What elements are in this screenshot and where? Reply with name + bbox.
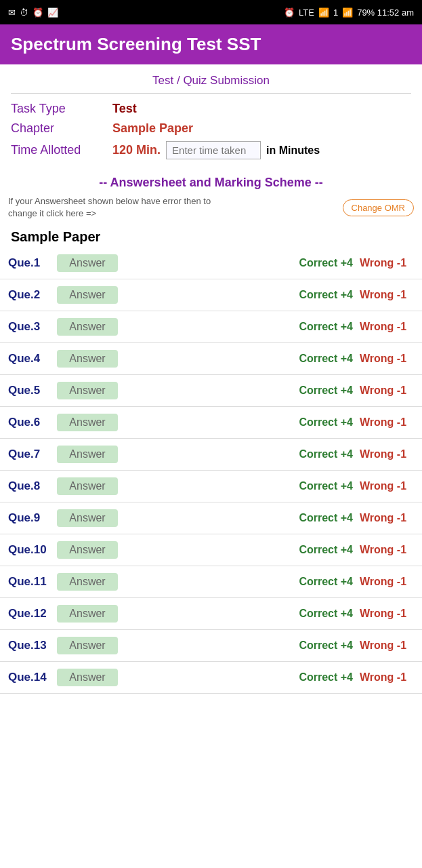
task-type-value: Test (112, 102, 137, 116)
correct-label: Correct +4 (278, 289, 353, 301)
correct-label: Correct +4 (278, 321, 353, 333)
wrong-label: Wrong -1 (360, 448, 414, 460)
answer-badge[interactable]: Answer (57, 254, 118, 272)
question-number: Que.1 (8, 256, 57, 270)
question-number: Que.9 (8, 511, 57, 525)
correct-label: Correct +4 (278, 512, 353, 524)
question-row: Que.14 Answer Correct +4 Wrong -1 (0, 662, 422, 694)
question-number: Que.7 (8, 448, 57, 461)
answer-badge[interactable]: Answer (57, 350, 118, 368)
alarm-icon: ⏰ (33, 7, 43, 18)
question-row: Que.4 Answer Correct +4 Wrong -1 (0, 343, 422, 375)
time-allotted-value: 120 Min. (112, 143, 161, 157)
correct-label: Correct +4 (278, 353, 353, 365)
mail-icon: ✉ (8, 7, 16, 18)
wrong-label: Wrong -1 (360, 512, 414, 524)
question-number: Que.6 (8, 416, 57, 429)
correct-label: Correct +4 (278, 257, 353, 269)
change-omr-button[interactable]: Change OMR (343, 199, 414, 216)
question-row: Que.12 Answer Correct +4 Wrong -1 (0, 598, 422, 630)
question-number: Que.13 (8, 639, 57, 652)
correct-label: Correct +4 (278, 671, 353, 684)
error-notice-text: If your Answersheet shown below have err… (8, 195, 232, 220)
status-bar: ✉ ⏱ ⏰ 📈 ⏰ LTE 📶 1 📶 79% 11:52 am (0, 0, 422, 24)
question-number: Que.14 (8, 671, 57, 684)
wrong-label: Wrong -1 (360, 257, 414, 269)
question-row: Que.5 Answer Correct +4 Wrong -1 (0, 375, 422, 407)
correct-label: Correct +4 (278, 480, 353, 492)
answer-badge[interactable]: Answer (57, 477, 118, 495)
answer-badge[interactable]: Answer (57, 605, 118, 623)
wrong-label: Wrong -1 (360, 639, 414, 652)
time-taken-input[interactable] (166, 141, 261, 159)
answer-badge[interactable]: Answer (57, 669, 118, 686)
correct-label: Correct +4 (278, 608, 353, 620)
answer-badge[interactable]: Answer (57, 446, 118, 463)
lte-icon: LTE (299, 7, 314, 18)
question-row: Que.6 Answer Correct +4 Wrong -1 (0, 407, 422, 439)
alarm2-icon: ⏰ (284, 7, 295, 18)
task-type-row: Task Type Test (11, 102, 411, 116)
correct-label: Correct +4 (278, 576, 353, 588)
wrong-label: Wrong -1 (360, 289, 414, 301)
signal-icon: 📶 (342, 7, 353, 18)
chapter-value: Sample Paper (112, 121, 193, 136)
wrong-label: Wrong -1 (360, 480, 414, 492)
app-header: Spectrum Screening Test SST (0, 24, 422, 64)
question-number: Que.11 (8, 575, 57, 589)
answer-badge[interactable]: Answer (57, 382, 118, 399)
battery-percent: 79% 11:52 am (357, 7, 414, 18)
question-row: Que.11 Answer Correct +4 Wrong -1 (0, 566, 422, 598)
answer-badge[interactable]: Answer (57, 286, 118, 304)
wrong-label: Wrong -1 (360, 416, 414, 429)
info-section: Task Type Test Chapter Sample Paper Time… (0, 94, 422, 169)
wrong-label: Wrong -1 (360, 544, 414, 556)
wrong-label: Wrong -1 (360, 321, 414, 333)
correct-label: Correct +4 (278, 639, 353, 652)
timer-icon: ⏱ (20, 7, 28, 18)
question-number: Que.12 (8, 607, 57, 620)
question-number: Que.4 (8, 352, 57, 366)
wrong-label: Wrong -1 (360, 608, 414, 620)
sim-icon: 1 (333, 7, 338, 18)
question-row: Que.13 Answer Correct +4 Wrong -1 (0, 630, 422, 662)
question-number: Que.3 (8, 320, 57, 334)
question-row: Que.2 Answer Correct +4 Wrong -1 (0, 279, 422, 311)
question-number: Que.5 (8, 384, 57, 397)
question-number: Que.10 (8, 543, 57, 557)
chart-icon: 📈 (47, 7, 58, 18)
in-minutes-label: in Minutes (266, 144, 320, 157)
question-row: Que.1 Answer Correct +4 Wrong -1 (0, 248, 422, 279)
wrong-label: Wrong -1 (360, 671, 414, 684)
correct-label: Correct +4 (278, 384, 353, 397)
answer-badge[interactable]: Answer (57, 573, 118, 591)
answer-badge[interactable]: Answer (57, 637, 118, 654)
question-row: Que.10 Answer Correct +4 Wrong -1 (0, 534, 422, 566)
question-row: Que.8 Answer Correct +4 Wrong -1 (0, 471, 422, 502)
answer-badge[interactable]: Answer (57, 414, 118, 431)
chapter-label: Chapter (11, 121, 112, 136)
question-number: Que.2 (8, 288, 57, 302)
chapter-row: Chapter Sample Paper (11, 121, 411, 136)
wifi-icon: 📶 (318, 7, 329, 18)
correct-label: Correct +4 (278, 448, 353, 460)
status-right-info: ⏰ LTE 📶 1 📶 79% 11:52 am (284, 7, 414, 18)
wrong-label: Wrong -1 (360, 576, 414, 588)
answersheet-section: -- Answersheet and Marking Scheme -- If … (0, 169, 422, 225)
answer-badge[interactable]: Answer (57, 509, 118, 527)
question-row: Que.9 Answer Correct +4 Wrong -1 (0, 502, 422, 534)
question-row: Que.3 Answer Correct +4 Wrong -1 (0, 311, 422, 343)
question-table: Que.1 Answer Correct +4 Wrong -1 Que.2 A… (0, 248, 422, 694)
subtitle-text: Test / Quiz Submission (152, 74, 270, 87)
task-type-label: Task Type (11, 102, 112, 116)
error-notice-row: If your Answersheet shown below have err… (0, 193, 422, 225)
paper-title: Sample Paper (0, 225, 422, 248)
answer-badge[interactable]: Answer (57, 318, 118, 336)
wrong-label: Wrong -1 (360, 353, 414, 365)
status-left-icons: ✉ ⏱ ⏰ 📈 (8, 7, 58, 18)
question-row: Que.7 Answer Correct +4 Wrong -1 (0, 439, 422, 471)
time-allotted-label: Time Allotted (11, 143, 112, 157)
answersheet-heading: -- Answersheet and Marking Scheme -- (0, 169, 422, 193)
answer-badge[interactable]: Answer (57, 541, 118, 559)
correct-label: Correct +4 (278, 416, 353, 429)
